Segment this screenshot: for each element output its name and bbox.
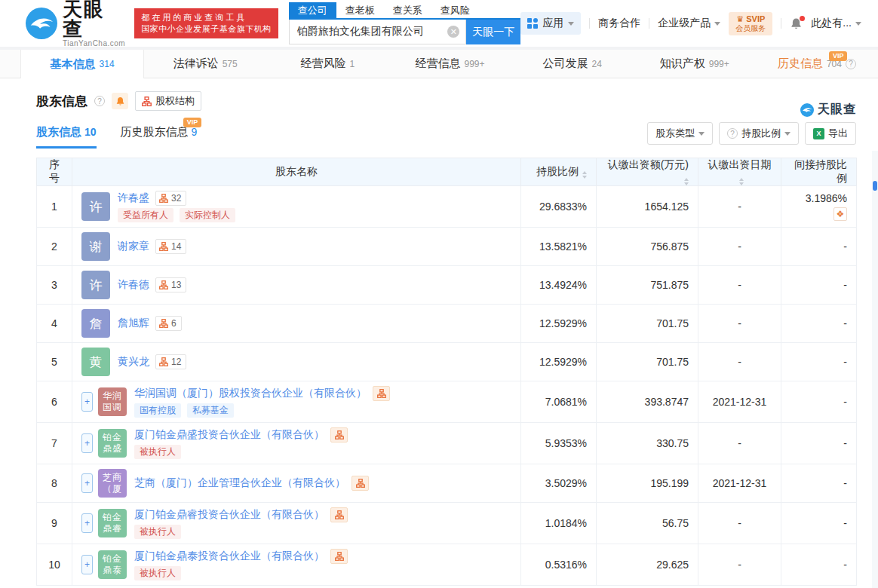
cell-index: 1 [37,186,72,228]
tag-被执行人[interactable]: 被执行人 [134,445,181,459]
org-chart-icon [159,194,168,203]
equity-structure-mini-button[interactable] [352,476,369,491]
expand-button[interactable]: + [81,433,93,453]
cell-ratio: 0.5316% [521,544,597,586]
sub-tab-历史股东信息[interactable]: 历史股东信息9VIP [121,125,198,149]
shareholder-name-link[interactable]: 芝商（厦门）企业管理合伙企业（有限合伙） [134,476,345,490]
column-header-capital[interactable]: 认缴出资额(万元) [597,158,698,186]
penetrate-icon[interactable]: ❖ [833,207,847,221]
equity-structure-mini-button[interactable] [330,427,348,443]
expand-button[interactable]: + [81,513,93,533]
sub-tab-股东信息[interactable]: 股东信息10 [36,125,97,149]
tab-经营信息[interactable]: 经营信息999+ [388,50,511,78]
cell-date: - [698,423,781,464]
tag-受益所有人[interactable]: 受益所有人 [118,208,173,222]
column-header-date[interactable]: 认缴出资日期 [698,158,781,186]
section-title: 股东信息 [36,93,87,110]
shareholder-name-link[interactable]: 厦门铂金鼎盛投资合伙企业（有限合伙） [134,428,324,442]
cell-shareholder: 许许春德13 [72,266,521,305]
tab-法律诉讼[interactable]: 法律诉讼575 [144,50,266,78]
cell-shareholder: +铂金鼎盛厦门铂金鼎盛投资合伙企业（有限合伙）被执行人 [72,423,521,464]
svip-member-button[interactable]: ♛ SVIP 会员服务 [729,12,772,35]
slogan-line1: 都在用的商业查询工具 [141,12,272,23]
tag-被执行人[interactable]: 被执行人 [134,566,181,580]
cell-capital: 751.875 [597,266,698,305]
relation-count: 13 [171,280,181,290]
equity-structure-label: 股权结构 [155,94,195,108]
column-header-ratio[interactable]: 持股比例 [521,158,597,186]
page: 天眼查 TianYanCha.com 都在用的商业查询工具 国家中小企业发展子基… [0,0,878,588]
scrollbar[interactable] [872,151,878,588]
help-icon[interactable]: ? [94,96,105,106]
vip-badge: VIP [829,51,848,61]
tab-label: 经营风险 [301,57,346,71]
search-button[interactable]: 天眼一下 [466,20,520,44]
shareholder-section: 股东信息 ? 股权结构 天眼查 股东信息10历史股东信息9VIP 股东类型 [0,91,878,586]
relation-count-badge[interactable]: 32 [155,191,186,206]
apps-menu[interactable]: 应用 [520,12,581,35]
cell-capital: 701.75 [597,343,698,381]
enterprise-product-label: 企业级产品 [658,17,711,30]
sub-tab-label: 股东信息 [36,125,81,138]
shareholder-name-link[interactable]: 黄兴龙 [118,355,149,369]
chevron-down-icon [714,22,720,26]
cell-shareholder: 黄黄兴龙12 [72,343,521,381]
tag-实际控制人[interactable]: 实际控制人 [180,208,235,222]
search-tab-查关系[interactable]: 查关系 [384,2,431,18]
export-button[interactable]: X 导出 [805,122,856,145]
search-tab-查公司[interactable]: 查公司 [289,2,336,18]
equity-structure-button[interactable]: 股权结构 [135,91,201,111]
relation-count-badge[interactable]: 12 [155,354,186,369]
shareholder-name-link[interactable]: 谢家章 [118,240,149,253]
expand-button[interactable]: + [81,473,93,493]
shareholder-type-filter[interactable]: 股东类型 [647,122,713,145]
org-chart-icon [159,357,168,366]
tag-国有控股[interactable]: 国有控股 [134,403,181,418]
column-header-index: 序号 [37,158,72,186]
equity-structure-mini-button[interactable] [330,507,348,522]
search-tab-查老板[interactable]: 查老板 [336,2,384,18]
table-row: 2谢谢家章1413.5821%756.875-- [37,228,857,266]
shareholder-name-link[interactable]: 许春盛 [118,191,149,205]
shareholder-name-link[interactable]: 厦门铂金鼎睿投资合伙企业（有限合伙） [134,508,324,522]
relation-count-badge[interactable]: 14 [155,239,186,254]
tab-基本信息[interactable]: 基本信息314 [20,50,144,78]
cell-shareholder: 许许春盛32受益所有人实际控制人 [72,186,521,228]
shareholder-name-link[interactable]: 许春德 [118,278,149,292]
tag-私募基金[interactable]: 私募基金 [187,403,234,418]
clear-icon[interactable]: ✕ [447,26,459,38]
expand-button[interactable]: + [81,555,93,574]
expand-button[interactable]: + [81,392,93,412]
search-value: 铂爵旅拍文化集团有限公司 [297,25,448,38]
tab-知识产权[interactable]: 知识产权999+ [634,50,756,78]
enterprise-product-menu[interactable]: 企业级产品 [658,17,720,30]
shareholder-name-link[interactable]: 厦门铂金鼎泰投资合伙企业（有限合伙） [134,550,324,563]
scrollbar-thumb[interactable] [873,181,877,191]
shareholder-name-link[interactable]: 华润国调（厦门）股权投资合伙企业（有限合伙） [134,387,367,400]
business-cooperation-link[interactable]: 商务合作 [598,17,640,30]
tab-经营风险[interactable]: 经营风险1 [266,50,388,78]
search-input[interactable]: 铂爵旅拍文化集团有限公司 ✕ [289,20,467,44]
cell-index: 3 [37,266,72,305]
vip-badge: VIP [183,118,202,127]
column-label: 认缴出资日期 [708,158,772,170]
tag-被执行人[interactable]: 被执行人 [134,525,181,539]
tab-公司发展[interactable]: 公司发展24 [511,50,634,78]
equity-structure-mini-button[interactable] [373,386,390,401]
user-menu[interactable]: 此处有... [811,17,861,30]
cell-ratio: 13.4924% [521,266,597,305]
tianyancha-logo[interactable]: 天眼查 TianYanCha.com [26,0,125,47]
sort-icon[interactable] [684,178,689,185]
relation-count-badge[interactable]: 13 [155,277,186,292]
search-tab-查风险[interactable]: 查风险 [431,2,479,18]
relation-count-badge[interactable]: 6 [155,316,182,331]
sort-icon[interactable] [582,171,587,179]
notifications-bell[interactable] [790,17,803,30]
shareholder-name-link[interactable]: 詹旭辉 [118,317,149,330]
sort-icon[interactable] [739,178,744,185]
ratio-filter[interactable]: ? 持股比例 [719,122,799,145]
tab-历史信息[interactable]: 历史信息704?VIP [756,50,878,78]
equity-structure-mini-button[interactable] [330,549,348,564]
monitor-bell-button[interactable] [112,93,128,109]
org-chart-icon [159,319,168,328]
